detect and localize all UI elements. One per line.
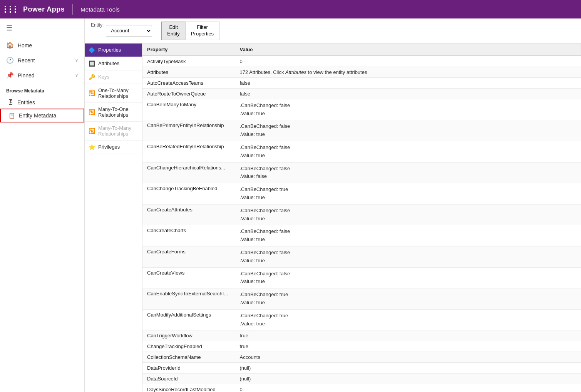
- tool-name: Metadata Tools: [80, 6, 119, 13]
- value-cell: .CanBeChanged: false .Value: true: [235, 120, 581, 141]
- topbar-divider: [72, 4, 73, 15]
- property-cell: AutoCreateAccessTeams: [142, 77, 235, 88]
- table-row: DataSourceId(null): [142, 374, 581, 384]
- sidebar-item-home[interactable]: 🏠 Home: [0, 38, 84, 53]
- pinned-icon: 📌: [6, 72, 14, 79]
- nav-panel: 🔷 Properties 🔲 Attributes 🔑 Keys 🔁 One-T…: [85, 44, 142, 392]
- property-cell: ChangeTrackingEnabled: [142, 341, 235, 352]
- value-cell: .CanBeChanged: false .Value: true: [235, 267, 581, 288]
- table-row: CanCreateAttributes.CanBeChanged: false …: [142, 204, 581, 225]
- entity-metadata-icon: 📋: [8, 112, 15, 119]
- table-row: ChangeTrackingEnabledtrue: [142, 341, 581, 352]
- many-to-many-icon: 🔁: [89, 128, 95, 134]
- nav-item-many-to-one[interactable]: 🔁 Many-To-One Relationships: [85, 103, 142, 122]
- nav-item-keys-label: Keys: [98, 74, 109, 80]
- value-column-header: Value: [235, 44, 581, 56]
- sidebar-item-recent[interactable]: 🕐 Recent ∨: [0, 53, 84, 68]
- property-cell: CanBePrimaryEntityInRelationship: [142, 120, 235, 141]
- value-cell: (null): [235, 363, 581, 374]
- sidebar-item-pinned[interactable]: 📌 Pinned ∨: [0, 68, 84, 83]
- sidebar: ☰ 🏠 Home 🕐 Recent ∨ 📌 Pinned ∨ Browse Me…: [0, 18, 85, 392]
- table-area: Property Value ActivityTypeMask0Attribut…: [142, 44, 581, 392]
- property-cell: DaysSinceRecordLastModified: [142, 384, 235, 392]
- table-row: CanCreateViews.CanBeChanged: false .Valu…: [142, 267, 581, 288]
- nav-item-keys: 🔑 Keys: [85, 70, 142, 84]
- value-cell: 0: [235, 56, 581, 67]
- properties-table: Property Value ActivityTypeMask0Attribut…: [142, 44, 581, 392]
- nav-item-many-to-many-label: Many-To-Many Relationships: [98, 125, 138, 137]
- sidebar-item-home-label: Home: [18, 42, 32, 49]
- entity-toolbar: Entity: Account Contact Lead Opportunity…: [85, 18, 581, 44]
- entity-label: Entity:: [91, 22, 104, 28]
- value-cell: 0: [235, 384, 581, 392]
- table-header-row: Property Value: [142, 44, 581, 56]
- table-row: CanCreateForms.CanBeChanged: false .Valu…: [142, 246, 581, 267]
- table-row: CanBeRelatedEntityInRelationship.CanBeCh…: [142, 141, 581, 162]
- properties-icon: 🔷: [89, 47, 95, 53]
- nav-item-privileges[interactable]: ⭐ Privileges: [85, 141, 142, 154]
- property-cell: CanCreateCharts: [142, 225, 235, 246]
- main-content: Entity: Account Contact Lead Opportunity…: [85, 18, 581, 392]
- sidebar-item-entity-metadata[interactable]: 📋 Entity Metadata: [0, 109, 84, 122]
- entity-select[interactable]: Account Contact Lead Opportunity: [106, 25, 152, 37]
- property-cell: DataSourceId: [142, 374, 235, 384]
- property-cell: CanTriggerWorkflow: [142, 330, 235, 341]
- table-row: CanBePrimaryEntityInRelationship.CanBeCh…: [142, 120, 581, 141]
- chevron-down-icon: ∨: [75, 58, 78, 63]
- table-row: CanEnableSyncToExternalSearchI....CanBeC…: [142, 288, 581, 310]
- property-cell: ActivityTypeMask: [142, 56, 235, 67]
- table-row: Attributes172 Attributes. Click Attribut…: [142, 67, 581, 77]
- edit-entity-button[interactable]: Edit Entity: [161, 22, 185, 40]
- entities-icon: 🗄: [8, 99, 13, 106]
- value-cell: 172 Attributes. Click Attributes to view…: [235, 67, 581, 77]
- value-cell: Accounts: [235, 352, 581, 363]
- nav-item-attributes[interactable]: 🔲 Attributes: [85, 57, 142, 70]
- hamburger-menu[interactable]: ☰: [0, 18, 84, 38]
- value-cell: .CanBeChanged: false .Value: true: [235, 246, 581, 267]
- many-to-one-icon: 🔁: [89, 109, 95, 115]
- nav-item-privileges-label: Privileges: [98, 144, 120, 150]
- keys-icon: 🔑: [89, 74, 95, 80]
- table-row: CollectionSchemaNameAccounts: [142, 352, 581, 363]
- property-column-header: Property: [142, 44, 235, 56]
- table-row: CanTriggerWorkflowtrue: [142, 330, 581, 341]
- value-cell: .CanBeChanged: true .Value: true: [235, 309, 581, 330]
- home-icon: 🏠: [6, 42, 14, 49]
- value-cell: .CanBeChanged: true .Value: true: [235, 288, 581, 310]
- table-row: AutoCreateAccessTeamsfalse: [142, 77, 581, 88]
- table-row: CanBeInManyToMany.CanBeChanged: false .V…: [142, 99, 581, 120]
- value-cell: .CanBeChanged: false .Value: true: [235, 225, 581, 246]
- sidebar-item-pinned-label: Pinned: [18, 72, 35, 79]
- content-area: 🔷 Properties 🔲 Attributes 🔑 Keys 🔁 One-T…: [85, 44, 581, 392]
- value-cell: false: [235, 88, 581, 99]
- privileges-icon: ⭐: [89, 144, 95, 150]
- nav-item-one-to-many-label: One-To-Many Relationships: [98, 87, 138, 99]
- nav-item-many-to-many: 🔁 Many-To-Many Relationships: [85, 122, 142, 141]
- property-cell: CanChangeTrackingBeEnabled: [142, 183, 235, 204]
- sidebar-item-entities[interactable]: 🗄 Entities: [0, 96, 84, 109]
- sidebar-item-entities-label: Entities: [17, 99, 35, 106]
- table-row: CanChangeTrackingBeEnabled.CanBeChanged:…: [142, 183, 581, 204]
- nav-item-many-to-one-label: Many-To-One Relationships: [98, 106, 138, 118]
- topbar: Power Apps Metadata Tools: [0, 0, 581, 18]
- property-cell: AutoRouteToOwnerQueue: [142, 88, 235, 99]
- value-cell: false: [235, 77, 581, 88]
- value-cell: true: [235, 341, 581, 352]
- property-cell: CanBeInManyToMany: [142, 99, 235, 120]
- property-cell: DataProviderId: [142, 363, 235, 374]
- nav-item-one-to-many[interactable]: 🔁 One-To-Many Relationships: [85, 84, 142, 103]
- layout: ☰ 🏠 Home 🕐 Recent ∨ 📌 Pinned ∨ Browse Me…: [0, 18, 581, 392]
- value-cell: (null): [235, 374, 581, 384]
- value-cell: .CanBeChanged: false .Value: true: [235, 204, 581, 225]
- value-cell: true: [235, 330, 581, 341]
- nav-item-properties[interactable]: 🔷 Properties: [85, 44, 142, 57]
- one-to-many-icon: 🔁: [89, 90, 95, 96]
- apps-icon[interactable]: [5, 6, 18, 13]
- table-row: ActivityTypeMask0: [142, 56, 581, 67]
- nav-item-attributes-label: Attributes: [98, 60, 119, 66]
- app-name: Power Apps: [23, 5, 65, 13]
- filter-properties-button[interactable]: Filter Properties: [185, 22, 219, 40]
- property-cell: CanChangeHierarchicalRelations...: [142, 162, 235, 183]
- table-row: DaysSinceRecordLastModified0: [142, 384, 581, 392]
- table-row: CanModifyAdditionalSettings.CanBeChanged…: [142, 309, 581, 330]
